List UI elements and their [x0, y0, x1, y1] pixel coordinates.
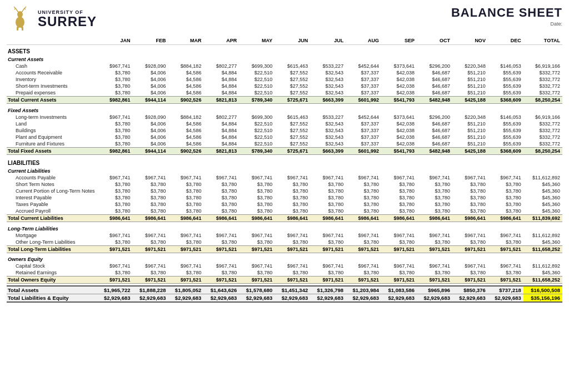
row-value: $3,780: [488, 201, 523, 208]
row-value: $967,741: [168, 263, 203, 269]
table-row: Total Long-Term Liabilities$971,521$971,…: [7, 245, 562, 253]
row-value: $533,227: [310, 63, 346, 69]
table-row: Total Assets$1,965,722$1,888,228$1,805,0…: [7, 286, 562, 294]
table-row: Plant and Equipment$3,780$4,006$4,586$4,…: [7, 134, 562, 140]
row-value: $11,658,252: [523, 245, 562, 253]
row-value: $967,741: [310, 174, 346, 181]
row-value: $967,741: [417, 232, 452, 239]
sub-header-row: Long-Term Liabilities: [7, 224, 562, 232]
svg-line-12: [24, 8, 26, 9]
svg-rect-5: [21, 26, 22, 28]
row-value: $601,992: [346, 147, 381, 154]
row-value: $11,612,892: [523, 263, 562, 269]
row-value: $55,639: [488, 89, 523, 97]
row-value: $982,861: [97, 97, 133, 104]
row-value: $533,227: [310, 114, 346, 120]
row-value: $42,038: [381, 127, 417, 134]
row-value: $4,884: [203, 76, 239, 83]
row-value: $4,586: [168, 76, 203, 83]
row-value: $425,188: [452, 147, 488, 154]
row-value: $3,780: [203, 269, 239, 277]
row-value: $2,929,683: [381, 294, 417, 302]
row-value: $4,586: [168, 83, 203, 89]
row-value: $46,687: [417, 69, 452, 76]
row-value: $32,543: [310, 69, 346, 76]
row-value: $3,780: [274, 181, 310, 188]
row-value: $146,053: [488, 63, 523, 69]
row-value: $45,360: [523, 188, 562, 194]
row-value: $986,641: [488, 215, 523, 222]
row-value: $482,948: [417, 147, 452, 154]
row-value: $3,780: [97, 194, 133, 201]
row-value: $928,090: [133, 114, 168, 120]
row-value: $986,641: [239, 215, 274, 222]
row-value: $971,521: [168, 277, 203, 284]
row-value: $32,543: [310, 120, 346, 127]
row-value: $4,006: [133, 69, 168, 76]
row-value: $3,780: [133, 239, 168, 246]
row-value: $6,919,166: [523, 114, 562, 120]
svg-line-10: [22, 8, 24, 12]
row-value: $971,521: [133, 245, 168, 253]
table-row: Total Fixed Assets$982,861$944,114$902,5…: [7, 147, 562, 154]
row-value: $3,780: [381, 269, 417, 277]
row-value: $45,360: [523, 269, 562, 277]
row-value: $986,641: [310, 215, 346, 222]
row-value: $51,210: [452, 134, 488, 140]
row-value: $3,780: [417, 201, 452, 208]
row-value: $2,929,683: [452, 294, 488, 302]
col-jan: JAN: [97, 37, 133, 45]
row-value: $4,006: [133, 89, 168, 97]
row-value: $3,780: [346, 188, 381, 194]
row-value: $967,741: [452, 174, 488, 181]
row-label: Long-term Investments: [7, 114, 97, 120]
row-value: $4,006: [133, 134, 168, 140]
row-value: $3,780: [417, 269, 452, 277]
row-value: $2,929,683: [310, 294, 346, 302]
row-value: $32,543: [310, 76, 346, 83]
row-label: Total Assets: [7, 286, 97, 294]
row-label: Short Term Notes: [7, 181, 97, 188]
row-value: $3,780: [417, 181, 452, 188]
row-value: $27,552: [274, 83, 310, 89]
row-value: $37,337: [346, 76, 381, 83]
col-aug: AUG: [346, 37, 381, 45]
row-label: Retained Earnings: [7, 269, 97, 277]
row-value: $45,360: [523, 208, 562, 215]
row-value: $46,687: [417, 127, 452, 134]
row-label: Inventory: [7, 76, 97, 83]
row-value: $541,793: [381, 147, 417, 154]
row-value: $967,741: [97, 174, 133, 181]
row-value: $1,203,984: [346, 286, 381, 294]
row-value: $452,644: [346, 114, 381, 120]
row-value: $45,360: [523, 239, 562, 246]
row-value: $3,780: [168, 181, 203, 188]
deer-logo-icon: [7, 6, 33, 32]
row-value: $3,780: [239, 239, 274, 246]
row-value: $332,772: [523, 127, 562, 134]
table-row: Long-term Investments$967,741$928,090$88…: [7, 114, 562, 120]
row-value: $967,741: [381, 263, 417, 269]
row-value: $1,643,626: [203, 286, 239, 294]
row-label: Capital Stock: [7, 263, 97, 269]
row-value: $373,641: [381, 63, 417, 69]
row-value: $220,348: [452, 114, 488, 120]
row-value: $3,780: [452, 188, 488, 194]
row-value: $51,210: [452, 76, 488, 83]
row-value: $3,780: [346, 194, 381, 201]
row-label: Accounts Payable: [7, 174, 97, 181]
row-value: $55,639: [488, 140, 523, 148]
col-oct: OCT: [417, 37, 452, 45]
row-value: $55,639: [488, 83, 523, 89]
row-value: $789,340: [239, 147, 274, 154]
row-label: Total Current Liabilities: [7, 215, 97, 222]
row-value: $4,586: [168, 134, 203, 140]
row-value: $11,612,892: [523, 174, 562, 181]
row-label: Taxes Payable: [7, 201, 97, 208]
row-value: $4,006: [133, 127, 168, 134]
row-value: $3,780: [97, 134, 133, 140]
row-value: $967,741: [488, 232, 523, 239]
row-value: $3,780: [97, 140, 133, 148]
row-label: Buildings: [7, 127, 97, 134]
row-value: $986,641: [133, 215, 168, 222]
